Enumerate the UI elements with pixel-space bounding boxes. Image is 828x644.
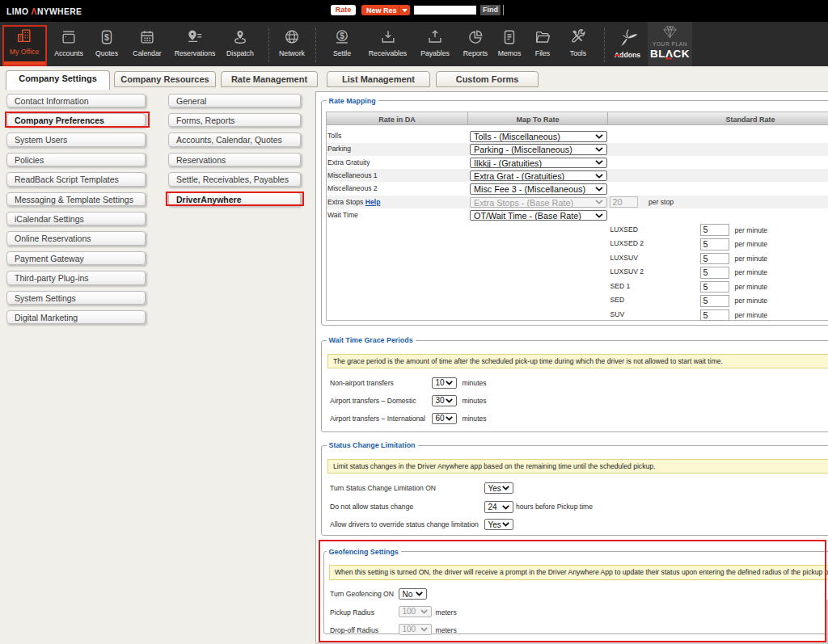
svg-text:$: $ (340, 32, 344, 40)
svg-text:$: $ (104, 32, 109, 42)
